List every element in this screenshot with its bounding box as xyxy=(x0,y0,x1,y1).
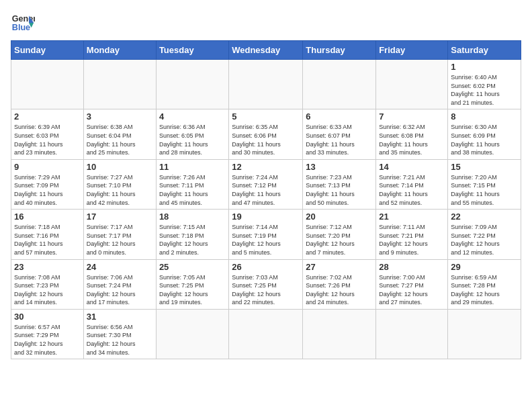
day-number: 18 xyxy=(159,212,226,222)
day-number: 14 xyxy=(379,162,445,172)
calendar-day: 30Sunrise: 6:57 AMSunset: 7:29 PMDayligh… xyxy=(11,309,84,359)
day-number: 20 xyxy=(306,212,373,222)
calendar-day: 4Sunrise: 6:36 AMSunset: 6:05 PMDaylight… xyxy=(156,109,228,159)
calendar-day: 1Sunrise: 6:40 AMSunset: 6:02 PMDaylight… xyxy=(448,60,521,109)
day-info: Sunrise: 7:09 AMSunset: 7:22 PMDaylight:… xyxy=(451,223,518,257)
calendar-day xyxy=(376,60,448,109)
day-info: Sunrise: 7:15 AMSunset: 7:18 PMDaylight:… xyxy=(159,223,226,257)
calendar-week-5: 23Sunrise: 7:08 AMSunset: 7:23 PMDayligh… xyxy=(11,259,521,309)
day-info: Sunrise: 7:20 AMSunset: 7:15 PMDaylight:… xyxy=(451,173,518,207)
day-info: Sunrise: 7:03 AMSunset: 7:25 PMDaylight:… xyxy=(232,273,300,307)
day-info: Sunrise: 7:06 AMSunset: 7:24 PMDaylight:… xyxy=(87,273,153,307)
calendar-day: 9Sunrise: 7:29 AMSunset: 7:09 PMDaylight… xyxy=(11,159,84,209)
calendar-day xyxy=(376,309,448,359)
day-number: 7 xyxy=(379,111,445,122)
calendar-day: 10Sunrise: 7:27 AMSunset: 7:10 PMDayligh… xyxy=(83,159,156,209)
calendar-day: 12Sunrise: 7:24 AMSunset: 7:12 PMDayligh… xyxy=(229,159,303,209)
day-number: 5 xyxy=(232,111,300,122)
day-info: Sunrise: 7:00 AMSunset: 7:27 PMDaylight:… xyxy=(379,273,445,307)
day-number: 22 xyxy=(451,212,518,222)
col-header-saturday: Saturday xyxy=(448,41,521,60)
calendar-day: 11Sunrise: 7:26 AMSunset: 7:11 PMDayligh… xyxy=(156,159,228,209)
day-info: Sunrise: 7:08 AMSunset: 7:23 PMDaylight:… xyxy=(14,273,81,307)
day-number: 4 xyxy=(159,111,226,122)
calendar-table: SundayMondayTuesdayWednesdayThursdayFrid… xyxy=(11,40,521,359)
calendar-day xyxy=(229,309,303,359)
svg-text:Blue: Blue xyxy=(12,23,30,32)
calendar-day: 2Sunrise: 6:39 AMSunset: 6:03 PMDaylight… xyxy=(11,109,84,159)
day-info: Sunrise: 6:35 AMSunset: 6:06 PMDaylight:… xyxy=(232,123,300,156)
day-info: Sunrise: 6:32 AMSunset: 6:08 PMDaylight:… xyxy=(379,123,445,156)
day-info: Sunrise: 7:17 AMSunset: 7:17 PMDaylight:… xyxy=(87,223,153,257)
day-number: 12 xyxy=(232,162,300,172)
col-header-monday: Monday xyxy=(83,41,156,60)
day-info: Sunrise: 6:59 AMSunset: 7:28 PMDaylight:… xyxy=(451,273,518,307)
col-header-tuesday: Tuesday xyxy=(156,41,228,60)
day-number: 16 xyxy=(14,212,81,222)
day-info: Sunrise: 7:29 AMSunset: 7:09 PMDaylight:… xyxy=(14,173,81,207)
day-info: Sunrise: 7:02 AMSunset: 7:26 PMDaylight:… xyxy=(306,273,373,307)
day-number: 3 xyxy=(87,111,153,122)
calendar-day: 3Sunrise: 6:38 AMSunset: 6:04 PMDaylight… xyxy=(83,109,156,159)
day-info: Sunrise: 6:36 AMSunset: 6:05 PMDaylight:… xyxy=(159,123,226,156)
calendar-day: 27Sunrise: 7:02 AMSunset: 7:26 PMDayligh… xyxy=(303,259,376,309)
calendar-day: 29Sunrise: 6:59 AMSunset: 7:28 PMDayligh… xyxy=(448,259,521,309)
calendar-day: 14Sunrise: 7:21 AMSunset: 7:14 PMDayligh… xyxy=(376,159,448,209)
day-number: 13 xyxy=(306,162,373,172)
calendar-day xyxy=(303,309,376,359)
day-info: Sunrise: 6:57 AMSunset: 7:29 PMDaylight:… xyxy=(14,323,81,357)
col-header-friday: Friday xyxy=(376,41,448,60)
calendar-day xyxy=(303,60,376,109)
day-info: Sunrise: 6:33 AMSunset: 6:07 PMDaylight:… xyxy=(306,123,373,156)
calendar-day: 24Sunrise: 7:06 AMSunset: 7:24 PMDayligh… xyxy=(83,259,156,309)
day-number: 1 xyxy=(451,62,518,72)
calendar-day: 18Sunrise: 7:15 AMSunset: 7:18 PMDayligh… xyxy=(156,210,228,259)
calendar-week-3: 9Sunrise: 7:29 AMSunset: 7:09 PMDaylight… xyxy=(11,159,521,209)
calendar-day xyxy=(83,60,156,109)
day-number: 9 xyxy=(14,162,81,172)
calendar-day: 17Sunrise: 7:17 AMSunset: 7:17 PMDayligh… xyxy=(83,210,156,259)
col-header-sunday: Sunday xyxy=(11,41,84,60)
day-number: 26 xyxy=(232,262,300,272)
calendar-day: 13Sunrise: 7:23 AMSunset: 7:13 PMDayligh… xyxy=(303,159,376,209)
calendar-day: 21Sunrise: 7:11 AMSunset: 7:21 PMDayligh… xyxy=(376,210,448,259)
day-info: Sunrise: 6:40 AMSunset: 6:02 PMDaylight:… xyxy=(451,73,518,107)
day-number: 21 xyxy=(379,212,445,222)
logo: General Blue xyxy=(11,11,35,35)
calendar-day xyxy=(11,60,84,109)
calendar-day xyxy=(448,309,521,359)
day-number: 27 xyxy=(306,262,373,272)
day-info: Sunrise: 6:39 AMSunset: 6:03 PMDaylight:… xyxy=(14,123,81,156)
day-info: Sunrise: 7:14 AMSunset: 7:19 PMDaylight:… xyxy=(232,223,300,257)
calendar-day: 20Sunrise: 7:12 AMSunset: 7:20 PMDayligh… xyxy=(303,210,376,259)
calendar-header-row: SundayMondayTuesdayWednesdayThursdayFrid… xyxy=(11,41,521,60)
calendar-day xyxy=(229,60,303,109)
calendar-day: 16Sunrise: 7:18 AMSunset: 7:16 PMDayligh… xyxy=(11,210,84,259)
header: General Blue xyxy=(11,11,521,35)
day-info: Sunrise: 7:23 AMSunset: 7:13 PMDaylight:… xyxy=(306,173,373,207)
day-info: Sunrise: 7:27 AMSunset: 7:10 PMDaylight:… xyxy=(87,173,153,207)
day-number: 25 xyxy=(159,262,226,272)
calendar-day: 22Sunrise: 7:09 AMSunset: 7:22 PMDayligh… xyxy=(448,210,521,259)
day-number: 11 xyxy=(159,162,226,172)
calendar-day xyxy=(156,309,228,359)
calendar-week-4: 16Sunrise: 7:18 AMSunset: 7:16 PMDayligh… xyxy=(11,210,521,259)
calendar-week-6: 30Sunrise: 6:57 AMSunset: 7:29 PMDayligh… xyxy=(11,309,521,359)
day-number: 6 xyxy=(306,111,373,122)
calendar-day: 19Sunrise: 7:14 AMSunset: 7:19 PMDayligh… xyxy=(229,210,303,259)
day-number: 31 xyxy=(87,312,153,322)
calendar-day: 15Sunrise: 7:20 AMSunset: 7:15 PMDayligh… xyxy=(448,159,521,209)
calendar-day: 7Sunrise: 6:32 AMSunset: 6:08 PMDaylight… xyxy=(376,109,448,159)
day-info: Sunrise: 6:38 AMSunset: 6:04 PMDaylight:… xyxy=(87,123,153,156)
calendar-week-1: 1Sunrise: 6:40 AMSunset: 6:02 PMDaylight… xyxy=(11,60,521,109)
calendar-day: 28Sunrise: 7:00 AMSunset: 7:27 PMDayligh… xyxy=(376,259,448,309)
day-number: 28 xyxy=(379,262,445,272)
col-header-thursday: Thursday xyxy=(303,41,376,60)
calendar-day: 5Sunrise: 6:35 AMSunset: 6:06 PMDaylight… xyxy=(229,109,303,159)
day-number: 30 xyxy=(14,312,81,322)
col-header-wednesday: Wednesday xyxy=(229,41,303,60)
day-info: Sunrise: 7:21 AMSunset: 7:14 PMDaylight:… xyxy=(379,173,445,207)
day-info: Sunrise: 7:24 AMSunset: 7:12 PMDaylight:… xyxy=(232,173,300,207)
day-number: 29 xyxy=(451,262,518,272)
day-number: 24 xyxy=(87,262,153,272)
